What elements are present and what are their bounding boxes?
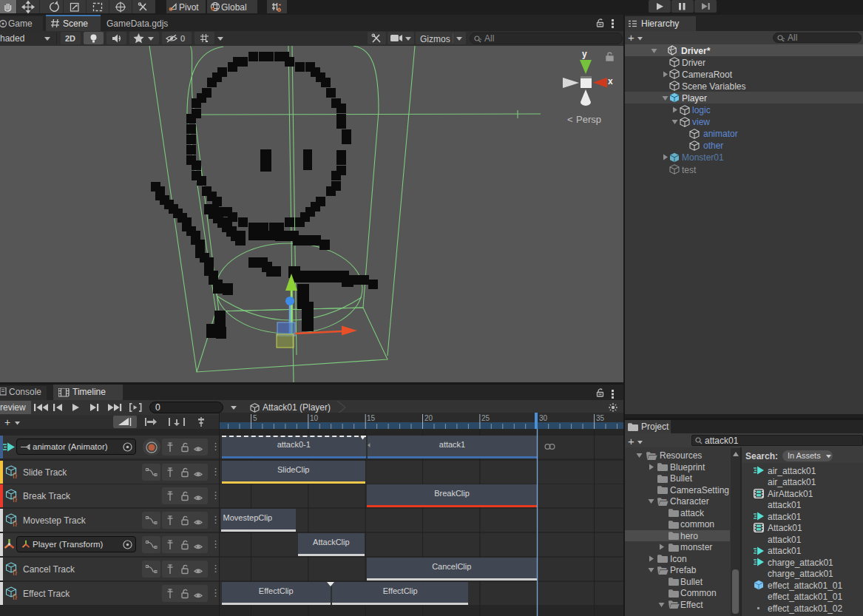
- svg-text:x: x: [608, 76, 613, 87]
- svg-text:Persp: Persp: [576, 114, 601, 125]
- svg-text:{}: {}: [13, 472, 17, 478]
- svg-text:35: 35: [596, 414, 605, 422]
- svg-text:10: 10: [310, 414, 319, 422]
- svg-text:15: 15: [367, 414, 376, 422]
- svg-text:{}: {}: [13, 593, 17, 600]
- svg-text:{}: {}: [13, 495, 17, 502]
- svg-text:5: 5: [253, 414, 257, 422]
- svg-text:Global: Global: [221, 2, 247, 13]
- svg-text:<: <: [567, 114, 573, 125]
- svg-text:{}: {}: [13, 569, 17, 575]
- svg-text:{}: {}: [13, 520, 17, 527]
- svg-text:y: y: [582, 49, 587, 59]
- svg-text:20: 20: [424, 414, 433, 422]
- svg-text:30: 30: [539, 414, 548, 422]
- svg-text:25: 25: [481, 414, 490, 422]
- svg-text:Pivot: Pivot: [179, 2, 199, 13]
